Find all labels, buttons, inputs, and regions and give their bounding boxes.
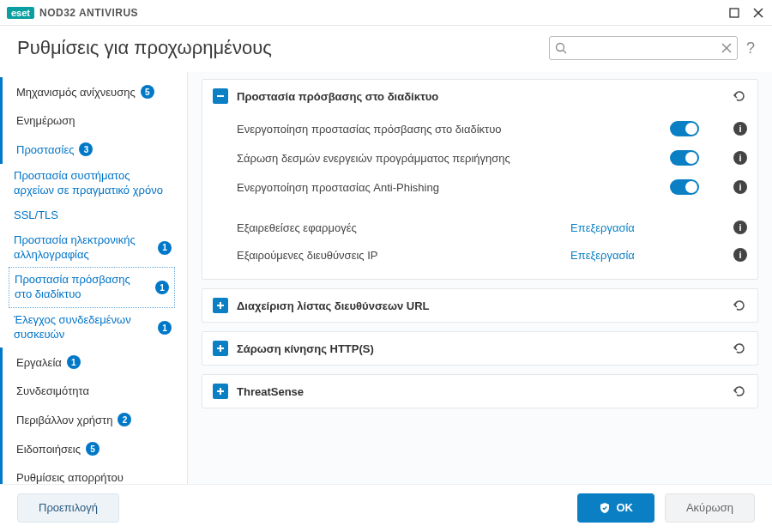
svg-rect-11 bbox=[217, 348, 224, 349]
square-icon bbox=[729, 8, 739, 18]
row-label: Ενεργοποίηση προστασίας πρόσβασης στο δι… bbox=[237, 123, 670, 136]
row-antiphishing: Ενεργοποίηση προστασίας Anti-Phishing i bbox=[237, 172, 747, 202]
help-button[interactable]: ? bbox=[746, 39, 755, 57]
cancel-button[interactable]: Ακύρωση bbox=[665, 493, 755, 523]
sidebar-sub-web[interactable]: Προστασία πρόσβασης στο διαδίκτυο 1 bbox=[9, 267, 175, 308]
sidebar-item-tools[interactable]: Εργαλεία 1 bbox=[0, 348, 178, 377]
search-input[interactable] bbox=[572, 42, 716, 55]
expand-icon bbox=[213, 341, 228, 356]
panel-title: Διαχείριση λίστας διευθύνσεων URL bbox=[237, 299, 723, 312]
info-button[interactable]: i bbox=[733, 180, 747, 194]
footer: Προεπιλογή OK Ακύρωση bbox=[0, 484, 772, 530]
edit-excluded-apps-link[interactable]: Επεξεργασία bbox=[570, 221, 699, 234]
toggle-enable-web[interactable] bbox=[670, 121, 699, 136]
sidebar-sub-realtime[interactable]: Προστασία συστήματος αρχείων σε πραγματι… bbox=[0, 164, 178, 203]
badge: 1 bbox=[155, 281, 169, 294]
svg-rect-7 bbox=[217, 95, 224, 97]
badge: 3 bbox=[79, 142, 93, 156]
sidebar: Μηχανισμός ανίχνευσης 5 Ενημέρωση Προστα… bbox=[0, 72, 187, 484]
shield-icon bbox=[599, 502, 611, 514]
sidebar-sub-email[interactable]: Προστασία ηλεκτρονικής αλληλογραφίας 1 bbox=[0, 228, 178, 268]
badge: 1 bbox=[158, 321, 172, 335]
row-label: Σάρωση δεσμών ενεργειών προγράμματος περ… bbox=[237, 152, 670, 165]
svg-rect-13 bbox=[217, 390, 224, 392]
sidebar-label: Έλεγχος συνδεδεμένων συσκευών bbox=[14, 313, 153, 342]
row-label: Εξαιρεθείσες εφαρμογές bbox=[237, 221, 570, 234]
row-label: Ενεργοποίηση προστασίας Anti-Phishing bbox=[237, 181, 670, 194]
panel-header-web[interactable]: Προστασία πρόσβασης στο διαδίκτυο bbox=[202, 80, 757, 112]
undo-icon bbox=[732, 298, 747, 313]
expand-icon bbox=[213, 384, 228, 399]
panel-title: ThreatSense bbox=[237, 385, 723, 398]
info-button[interactable]: i bbox=[733, 248, 747, 262]
row-enable-web: Ενεργοποίηση προστασίας πρόσβασης στο δι… bbox=[237, 114, 747, 143]
badge: 5 bbox=[86, 442, 100, 456]
ok-label: OK bbox=[616, 501, 633, 514]
panel-url-list: Διαχείριση λίστας διευθύνσεων URL bbox=[202, 288, 758, 323]
sidebar-label: Περιβάλλον χρήστη bbox=[16, 414, 112, 426]
default-button[interactable]: Προεπιλογή bbox=[17, 493, 119, 523]
revert-button[interactable] bbox=[732, 298, 747, 313]
info-button[interactable]: i bbox=[733, 221, 747, 234]
panel-header-http[interactable]: Σάρωση κίνησης HTTP(S) bbox=[202, 332, 757, 365]
svg-point-3 bbox=[556, 44, 564, 51]
ok-button[interactable]: OK bbox=[577, 493, 654, 523]
content-area: Προστασία πρόσβασης στο διαδίκτυο Ενεργο… bbox=[187, 72, 772, 484]
sidebar-label: Προστασία πρόσβασης στο διαδίκτυο bbox=[15, 273, 150, 302]
sidebar-label: Μηχανισμός ανίχνευσης bbox=[16, 86, 136, 99]
badge: 1 bbox=[158, 241, 172, 255]
row-excluded-apps: Εξαιρεθείσες εφαρμογές Επεξεργασία i bbox=[237, 214, 747, 241]
row-excluded-ips: Εξαιρούμενες διευθύνσεις IP Επεξεργασία … bbox=[237, 241, 747, 269]
header: Ρυθμίσεις για προχωρημένους ? bbox=[0, 26, 772, 72]
sidebar-item-ui[interactable]: Περιβάλλον χρήστη 2 bbox=[0, 405, 178, 434]
toggle-scan-browser[interactable] bbox=[670, 150, 699, 166]
expand-icon bbox=[213, 298, 228, 313]
sidebar-item-detection[interactable]: Μηχανισμός ανίχνευσης 5 bbox=[0, 77, 178, 106]
sidebar-label: Ρυθμίσεις απορρήτου bbox=[16, 471, 124, 484]
sidebar-item-notifications[interactable]: Ειδοποιήσεις 5 bbox=[0, 434, 178, 463]
info-button[interactable]: i bbox=[733, 151, 747, 165]
sidebar-item-connectivity[interactable]: Συνδεσιμότητα bbox=[0, 377, 178, 405]
sidebar-item-protections[interactable]: Προστασίες 3 bbox=[0, 135, 178, 164]
sidebar-sub-ssltls[interactable]: SSL/TLS bbox=[0, 203, 178, 228]
brand: eset NOD32 ANTIVIRUS bbox=[7, 7, 138, 19]
clear-search-icon[interactable] bbox=[721, 43, 732, 53]
close-icon bbox=[753, 8, 763, 18]
undo-icon bbox=[732, 341, 747, 356]
badge: 2 bbox=[118, 413, 131, 426]
panel-title: Προστασία πρόσβασης στο διαδίκτυο bbox=[237, 90, 723, 103]
svg-rect-9 bbox=[217, 305, 224, 306]
revert-button[interactable] bbox=[732, 88, 747, 104]
toggle-antiphishing[interactable] bbox=[670, 179, 699, 195]
row-scan-browser: Σάρωση δεσμών ενεργειών προγράμματος περ… bbox=[237, 143, 747, 172]
undo-icon bbox=[732, 88, 747, 104]
panel-threatsense: ThreatSense bbox=[202, 374, 758, 408]
svg-line-4 bbox=[563, 51, 566, 54]
close-button[interactable] bbox=[751, 6, 765, 20]
search-icon bbox=[555, 42, 567, 54]
revert-button[interactable] bbox=[732, 384, 747, 399]
product-name: NOD32 ANTIVIRUS bbox=[39, 7, 138, 19]
window-controls bbox=[727, 6, 765, 20]
panel-web-protection: Προστασία πρόσβασης στο διαδίκτυο Ενεργο… bbox=[202, 79, 758, 280]
edit-excluded-ips-link[interactable]: Επεξεργασία bbox=[570, 249, 699, 262]
sidebar-label: Συνδεσιμότητα bbox=[16, 384, 89, 397]
search-box[interactable] bbox=[549, 36, 738, 60]
undo-icon bbox=[732, 384, 747, 399]
sidebar-label: Προστασία συστήματος αρχείων σε πραγματι… bbox=[14, 169, 172, 198]
panel-title: Σάρωση κίνησης HTTP(S) bbox=[237, 342, 723, 355]
sidebar-label: Εργαλεία bbox=[16, 356, 62, 369]
sidebar-item-update[interactable]: Ενημέρωση bbox=[0, 106, 178, 135]
revert-button[interactable] bbox=[732, 341, 747, 356]
collapse-icon bbox=[213, 88, 228, 104]
badge: 5 bbox=[141, 85, 154, 99]
maximize-button[interactable] bbox=[727, 6, 741, 20]
panel-header-threatsense[interactable]: ThreatSense bbox=[202, 375, 757, 408]
panel-header-url[interactable]: Διαχείριση λίστας διευθύνσεων URL bbox=[202, 289, 757, 322]
title-bar: eset NOD32 ANTIVIRUS bbox=[0, 0, 772, 26]
sidebar-label: SSL/TLS bbox=[14, 209, 58, 223]
sidebar-sub-device[interactable]: Έλεγχος συνδεδεμένων συσκευών 1 bbox=[0, 308, 178, 348]
sidebar-item-privacy[interactable]: Ρυθμίσεις απορρήτου bbox=[0, 463, 178, 484]
svg-rect-0 bbox=[730, 9, 739, 17]
info-button[interactable]: i bbox=[733, 122, 747, 136]
